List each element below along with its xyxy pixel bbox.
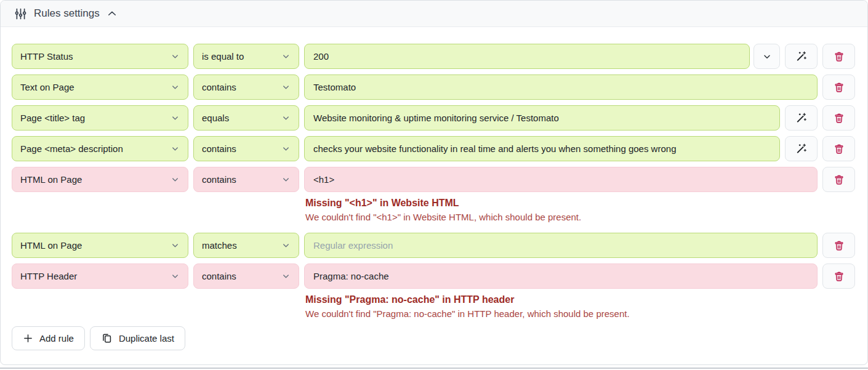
operator-select[interactable]: equals xyxy=(193,105,299,131)
value-group xyxy=(304,263,818,289)
delete-rule-button[interactable] xyxy=(822,74,855,100)
operator-select-value: matches xyxy=(202,240,237,251)
rule-row: HTML on Page contains xyxy=(12,167,855,192)
error-detail: We couldn't find "Pragma: no-cache" in H… xyxy=(305,308,855,319)
operator-select[interactable]: contains xyxy=(193,167,299,192)
field-select[interactable]: HTTP Header xyxy=(12,263,188,289)
field-select[interactable]: Page <title> tag xyxy=(12,105,188,131)
rule-row: HTTP Header contains xyxy=(12,263,855,289)
field-select-value: Page <title> tag xyxy=(20,113,85,123)
rule-error-message: Missing "<h1>" in Website HTML We couldn… xyxy=(305,198,855,222)
chevron-down-icon xyxy=(171,144,180,153)
rule-row: HTML on Page matches xyxy=(12,233,855,258)
chevron-down-icon xyxy=(171,52,180,61)
rule-value-input[interactable] xyxy=(304,167,818,192)
value-group xyxy=(304,233,818,258)
operator-select[interactable]: matches xyxy=(193,233,299,258)
field-select-value: HTTP Status xyxy=(20,51,73,62)
field-select-value: Page <meta> description xyxy=(20,143,123,154)
chevron-down-icon xyxy=(281,271,291,281)
magic-wand-button[interactable] xyxy=(785,105,818,131)
field-select[interactable]: HTTP Status xyxy=(12,44,188,69)
field-select-value: HTML on Page xyxy=(20,174,82,185)
chevron-down-icon xyxy=(762,52,772,62)
field-select[interactable]: Page <meta> description xyxy=(12,136,188,161)
chevron-down-icon xyxy=(171,175,180,184)
chevron-down-icon xyxy=(171,82,180,92)
chevron-down-icon xyxy=(281,241,291,250)
magic-wand-icon xyxy=(795,142,808,155)
rule-value-input[interactable] xyxy=(304,136,780,161)
trash-icon xyxy=(833,50,845,63)
magic-wand-icon xyxy=(795,50,808,63)
operator-select-value: contains xyxy=(202,271,236,281)
value-group xyxy=(304,136,780,161)
trash-icon xyxy=(833,239,845,252)
value-group xyxy=(304,167,818,192)
rule-value-input[interactable] xyxy=(304,44,750,69)
trash-icon xyxy=(833,143,845,155)
delete-rule-button[interactable] xyxy=(822,44,855,69)
add-rule-label: Add rule xyxy=(39,333,74,344)
rule-row: Page <meta> description contains xyxy=(12,136,855,161)
chevron-down-icon xyxy=(281,52,291,61)
chevron-down-icon xyxy=(281,82,291,92)
error-title: Missing "<h1>" in Website HTML xyxy=(305,198,855,209)
rules-settings-panel: Rules settings HTTP Status is equal to xyxy=(0,0,868,365)
delete-rule-button[interactable] xyxy=(822,263,855,289)
operator-select-value: contains xyxy=(202,82,236,92)
magic-wand-button[interactable] xyxy=(785,136,818,161)
field-select[interactable]: HTML on Page xyxy=(12,233,188,258)
delete-rule-button[interactable] xyxy=(822,136,855,161)
duplicate-last-button[interactable]: Duplicate last xyxy=(90,326,185,350)
next-panel-edge xyxy=(0,368,868,369)
rules-list: HTTP Status is equal to xyxy=(1,27,867,360)
add-rule-button[interactable]: Add rule xyxy=(12,326,85,350)
value-dropdown-button[interactable] xyxy=(753,44,780,69)
trash-icon xyxy=(833,81,845,94)
operator-select[interactable]: is equal to xyxy=(193,44,299,69)
copy-icon xyxy=(101,332,113,344)
trash-icon xyxy=(833,270,845,283)
operator-select[interactable]: contains xyxy=(193,136,299,161)
chevron-down-icon xyxy=(281,175,291,184)
rule-row: Text on Page contains xyxy=(12,74,855,100)
field-select-value: Text on Page xyxy=(20,82,74,92)
operator-select-value: contains xyxy=(202,174,236,185)
chevron-down-icon xyxy=(171,241,180,250)
error-detail: We couldn't find "<h1>" in Website HTML,… xyxy=(305,212,855,222)
rule-value-input[interactable] xyxy=(304,233,818,258)
rule-row: HTTP Status is equal to xyxy=(12,44,855,69)
field-select[interactable]: HTML on Page xyxy=(12,167,188,192)
value-group xyxy=(304,74,818,100)
rule-value-input[interactable] xyxy=(304,74,818,100)
field-select[interactable]: Text on Page xyxy=(12,74,188,100)
rule-row: Page <title> tag equals xyxy=(12,105,855,131)
delete-rule-button[interactable] xyxy=(822,233,855,258)
rule-value-input[interactable] xyxy=(304,105,780,131)
chevron-down-icon xyxy=(171,113,180,123)
field-select-value: HTML on Page xyxy=(20,240,82,251)
duplicate-last-label: Duplicate last xyxy=(119,333,174,344)
rule-value-input[interactable] xyxy=(304,263,818,289)
chevron-down-icon xyxy=(281,144,291,153)
chevron-down-icon xyxy=(281,113,291,123)
trash-icon xyxy=(833,174,845,186)
operator-select-value: contains xyxy=(202,143,236,154)
magic-wand-icon xyxy=(795,111,808,124)
magic-wand-button[interactable] xyxy=(785,44,818,69)
chevron-up-icon[interactable] xyxy=(106,8,118,19)
trash-icon xyxy=(833,112,845,124)
chevron-down-icon xyxy=(171,271,180,281)
delete-rule-button[interactable] xyxy=(822,105,855,131)
operator-select[interactable]: contains xyxy=(193,263,299,289)
operator-select-value: is equal to xyxy=(202,51,244,62)
operator-select-value: equals xyxy=(202,113,229,123)
delete-rule-button[interactable] xyxy=(822,167,855,192)
panel-header[interactable]: Rules settings xyxy=(1,1,867,27)
field-select-value: HTTP Header xyxy=(20,271,77,281)
operator-select[interactable]: contains xyxy=(193,74,299,100)
sliders-icon xyxy=(14,7,27,20)
value-group xyxy=(304,105,780,131)
rule-actions: Add rule Duplicate last xyxy=(12,326,855,350)
